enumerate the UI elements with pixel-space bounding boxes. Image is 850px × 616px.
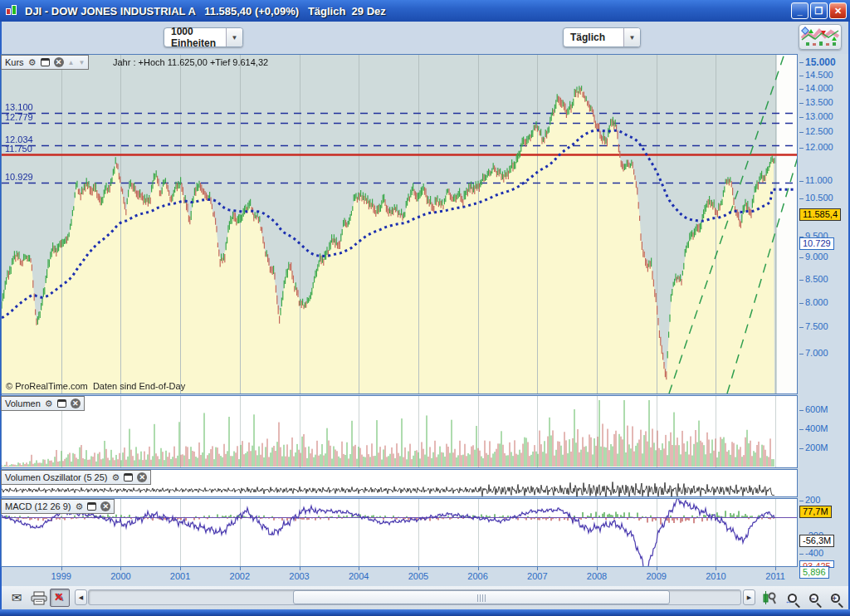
axis-tick-label: 7.500: [799, 321, 828, 331]
wrench-icon[interactable]: ⚙: [45, 399, 53, 408]
year-tick: [597, 567, 598, 570]
bottom-toolbar: ✉ ✎✕ ◀ ▶ ↔ − +: [2, 586, 848, 609]
macd-value-label: 5,896: [799, 566, 829, 579]
minimize-button[interactable]: _: [791, 2, 808, 19]
year-label: 2005: [408, 571, 428, 581]
print-icon[interactable]: [28, 589, 50, 607]
period-dropdown[interactable]: Täglich ▼: [563, 27, 641, 47]
wrench-icon[interactable]: ⚙: [28, 58, 37, 67]
move-up-icon[interactable]: ▲: [68, 59, 75, 66]
axis-tick-label: 11.000: [799, 175, 833, 185]
copyright-text: © ProRealTime.com Daten sind End-of-Day: [6, 381, 185, 391]
axis-tick-label: 12.000: [799, 142, 833, 152]
macd-canvas[interactable]: [2, 499, 797, 566]
chevron-down-icon[interactable]: ▼: [226, 28, 242, 46]
wrench-icon[interactable]: ⚙: [112, 473, 120, 482]
year-label: 2007: [527, 571, 547, 581]
axis-tick-label: 9.000: [799, 252, 828, 262]
year-tick: [240, 567, 241, 570]
window-border-bottom: [0, 609, 850, 616]
price-chart-panel[interactable]: [1, 54, 798, 394]
units-dropdown[interactable]: 1000 Einheiten ▼: [164, 27, 243, 47]
year-label: 2009: [646, 571, 666, 581]
year-label: 2001: [170, 571, 190, 581]
maximize-button[interactable]: ❒: [810, 2, 828, 19]
price-level-label: 11.750: [5, 144, 32, 154]
volume-panel-header: Volumen ⚙ ✕: [1, 396, 85, 411]
axis-tick-label: 14.000: [799, 83, 833, 93]
macd-panel-title: MACD (12 26 9): [5, 501, 71, 511]
top-toolbar: 1000 Einheiten ▼ Täglich ▼: [2, 22, 848, 54]
year-label: 2010: [706, 571, 725, 581]
wrench-icon[interactable]: ⚙: [75, 502, 83, 511]
year-high-low-info: Jahr : +Hoch 11.625,00 +Tief 9.614,32: [113, 57, 268, 67]
mini-chart-icon: [801, 27, 839, 47]
chart-scrollbar[interactable]: [88, 589, 741, 605]
axis-tick-label: 600M: [799, 404, 828, 414]
axis-tick-label: 200M: [799, 442, 828, 452]
year-label: 2004: [349, 571, 369, 581]
kurs-panel-header: Kurs ⚙ ✕ ▲ ▼: [1, 55, 89, 70]
detach-window-icon[interactable]: [87, 502, 96, 511]
axis-tick-label: 12.500: [799, 126, 833, 136]
year-label: 2008: [587, 571, 607, 581]
detach-window-icon[interactable]: [124, 473, 133, 482]
volume-canvas[interactable]: [2, 396, 797, 467]
move-down-icon[interactable]: ▼: [78, 59, 85, 66]
price-chart-canvas[interactable]: [2, 55, 797, 394]
year-tick: [418, 567, 419, 570]
close-button[interactable]: ✕: [829, 2, 847, 19]
scroll-left-button[interactable]: ◀: [75, 589, 87, 605]
erase-drawings-icon[interactable]: ✎✕: [50, 589, 70, 607]
time-axis: 1999200020012002200320042005200620072008…: [1, 567, 798, 586]
units-dropdown-value: 1000 Einheiten: [164, 26, 226, 49]
right-axis-gutter: 93,425 11.585,4 10.729 77,7M -56,3M 5,89…: [799, 54, 848, 586]
price-level-label: 13.100: [5, 102, 33, 112]
axis-tick-label: 7.000: [799, 348, 828, 358]
zoom-out-icon[interactable]: −: [804, 589, 823, 607]
year-label: 2011: [765, 571, 785, 581]
axis-tick-label: 13.500: [799, 97, 833, 107]
close-panel-icon[interactable]: ✕: [137, 472, 147, 482]
indicators-button[interactable]: [799, 24, 842, 50]
year-tick: [775, 567, 776, 570]
year-label: 2003: [289, 571, 309, 581]
detach-window-icon[interactable]: [41, 58, 50, 66]
price-level-label: 10.929: [5, 172, 33, 182]
ma-value-label: 10.729: [799, 237, 834, 250]
volume-panel[interactable]: [1, 395, 798, 468]
scroll-right-button[interactable]: ▶: [743, 589, 755, 605]
volume-last-label: 77,7M: [799, 506, 832, 518]
macd-panel[interactable]: [1, 498, 798, 567]
axis-tick-label: 10.500: [799, 193, 833, 203]
axis-tick-label: 200: [799, 495, 820, 505]
price-level-label: 12.779: [5, 112, 33, 122]
year-label: 2002: [230, 571, 250, 581]
zoom-custom-icon[interactable]: ↔: [781, 589, 803, 607]
period-dropdown-value: Täglich: [564, 32, 623, 43]
year-tick: [61, 567, 62, 570]
window-title: DJI - DOW JONES INDUSTRIAL A 11.585,40 (…: [25, 5, 386, 17]
vol-osc-value-label: -56,3M: [799, 535, 834, 547]
current-price-label: 11.585,4: [799, 208, 841, 221]
year-tick: [120, 567, 121, 570]
year-label: 1999: [51, 571, 71, 581]
close-panel-icon[interactable]: ✕: [54, 57, 64, 67]
chevron-down-icon[interactable]: ▼: [623, 28, 640, 46]
close-panel-icon[interactable]: ✕: [71, 398, 81, 408]
axis-tick-label: 8.500: [799, 274, 828, 284]
chart-style-icon[interactable]: [760, 589, 779, 607]
scrollbar-thumb[interactable]: [293, 590, 670, 604]
detach-window-icon[interactable]: [57, 399, 66, 408]
year-tick: [359, 567, 359, 570]
axis-tick-label: -400: [799, 548, 823, 558]
email-icon[interactable]: ✉: [7, 589, 27, 607]
year-label: 2006: [467, 571, 487, 581]
year-tick: [300, 567, 300, 570]
year-tick: [180, 567, 181, 570]
zoom-in-icon[interactable]: +: [825, 589, 845, 607]
axis-tick-label: 8.000: [799, 297, 828, 307]
vol-osc-panel-title: Volumen Oszillator (5 25): [5, 472, 108, 482]
title-bar: DJI - DOW JONES INDUSTRIAL A 11.585,40 (…: [0, 0, 850, 22]
close-panel-icon[interactable]: ✕: [100, 501, 110, 511]
